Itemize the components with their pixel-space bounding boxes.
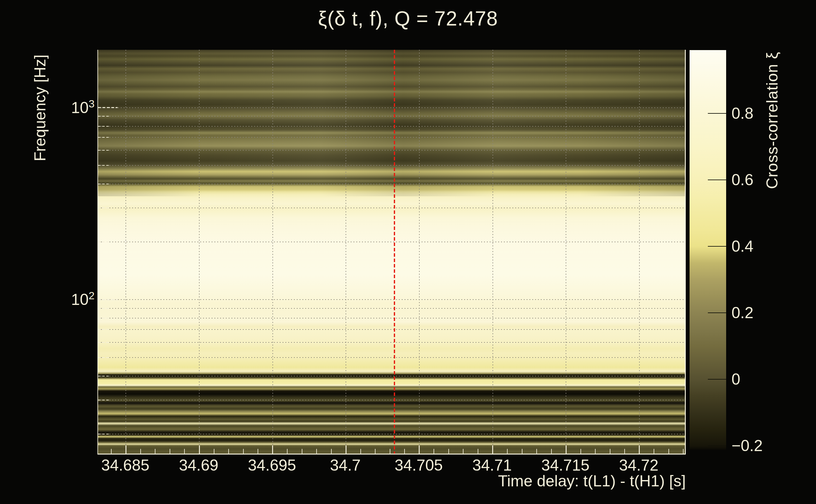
x-major-tick bbox=[346, 445, 347, 454]
vertical-gridline bbox=[199, 50, 199, 454]
horizontal-gridline bbox=[98, 242, 685, 242]
x-minor-tick bbox=[375, 449, 376, 454]
x-minor-tick bbox=[478, 449, 478, 454]
x-major-tick bbox=[492, 445, 493, 454]
colorbar-title: Cross-correlation ξ bbox=[763, 52, 781, 189]
colorbar bbox=[690, 50, 726, 450]
x-minor-tick bbox=[390, 449, 390, 454]
horizontal-gridline bbox=[98, 308, 685, 309]
colorbar-tick bbox=[708, 246, 726, 247]
x-minor-tick bbox=[360, 449, 361, 454]
x-minor-tick bbox=[243, 449, 244, 454]
y-minor-tick bbox=[98, 137, 109, 138]
horizontal-gridline bbox=[98, 208, 685, 208]
colorbar-tick bbox=[708, 379, 726, 380]
y-minor-tick bbox=[98, 318, 109, 318]
x-minor-tick bbox=[316, 449, 317, 454]
y-tick-label-exponent: 3 bbox=[89, 98, 95, 110]
x-minor-tick bbox=[624, 449, 625, 454]
x-minor-tick bbox=[654, 449, 654, 454]
colorbar-tick bbox=[708, 312, 726, 313]
vertical-gridline bbox=[419, 50, 420, 454]
horizontal-gridline bbox=[98, 329, 685, 330]
y-tick-label-1e2: 102 bbox=[44, 290, 95, 309]
x-major-tick bbox=[419, 445, 420, 454]
y-tick-label-base: 10 bbox=[71, 291, 89, 308]
x-minor-tick bbox=[522, 449, 522, 454]
x-minor-tick bbox=[287, 449, 288, 454]
x-major-tick bbox=[639, 445, 640, 454]
y-minor-tick bbox=[98, 116, 109, 117]
x-major-tick bbox=[566, 445, 566, 454]
x-minor-tick bbox=[331, 449, 332, 454]
y-minor-tick bbox=[98, 126, 109, 127]
vertical-gridline bbox=[492, 50, 493, 454]
y-minor-tick bbox=[98, 150, 109, 151]
vertical-gridline bbox=[125, 50, 126, 454]
x-minor-tick bbox=[184, 449, 185, 454]
x-minor-tick bbox=[448, 449, 449, 454]
x-minor-tick bbox=[551, 449, 552, 454]
chart-title: ξ(δ t, f), Q = 72.478 bbox=[187, 7, 629, 30]
vertical-gridline bbox=[273, 50, 273, 454]
horizontal-gridline bbox=[98, 357, 685, 358]
y-minor-tick bbox=[98, 242, 109, 242]
x-tick-label: 34.705 bbox=[381, 456, 457, 474]
horizontal-gridline bbox=[98, 116, 685, 117]
x-minor-tick bbox=[302, 449, 302, 454]
x-minor-tick bbox=[140, 449, 141, 454]
y-minor-tick bbox=[98, 308, 109, 309]
horizontal-gridline bbox=[98, 165, 685, 166]
x-tick-label: 34.71 bbox=[454, 456, 530, 474]
colorbar-tick-label: 0.4 bbox=[732, 237, 813, 256]
cross-correlation-heatmap bbox=[98, 50, 685, 454]
horizontal-gridline bbox=[98, 434, 685, 434]
x-tick-label: 34.72 bbox=[601, 456, 677, 474]
colorbar-tick-label: −0.2 bbox=[732, 436, 813, 455]
x-minor-tick bbox=[404, 449, 405, 454]
x-minor-tick bbox=[111, 449, 112, 454]
x-minor-tick bbox=[214, 449, 215, 454]
x-tick-label: 34.69 bbox=[161, 456, 237, 474]
x-tick-label: 34.7 bbox=[308, 456, 383, 474]
vertical-gridline bbox=[566, 50, 566, 454]
horizontal-gridline bbox=[98, 318, 685, 318]
x-axis-title: Time delay: t(L1) - t(H1) [s] bbox=[402, 472, 686, 490]
colorbar-tick-label: 0.2 bbox=[732, 303, 813, 322]
x-minor-tick bbox=[434, 449, 434, 454]
horizontal-gridline bbox=[98, 107, 685, 108]
y-minor-tick bbox=[98, 357, 109, 358]
y-major-tick bbox=[98, 107, 118, 108]
x-major-tick bbox=[272, 445, 273, 454]
time-delay-marker-line bbox=[394, 50, 395, 454]
horizontal-gridline bbox=[98, 184, 685, 184]
y-minor-tick bbox=[98, 342, 109, 343]
colorbar-tick bbox=[708, 180, 726, 180]
vertical-gridline bbox=[639, 50, 640, 454]
horizontal-gridline bbox=[98, 400, 685, 400]
x-minor-tick bbox=[683, 449, 684, 454]
y-minor-tick bbox=[98, 400, 109, 400]
x-tick-label: 34.685 bbox=[87, 456, 163, 474]
y-tick-label-1e3: 103 bbox=[44, 98, 95, 117]
x-minor-tick bbox=[536, 449, 537, 454]
x-minor-tick bbox=[463, 449, 463, 454]
horizontal-gridline bbox=[98, 299, 685, 300]
x-minor-tick bbox=[595, 449, 595, 454]
x-minor-tick bbox=[610, 449, 610, 454]
x-minor-tick bbox=[155, 449, 155, 454]
x-minor-tick bbox=[507, 449, 508, 454]
x-tick-label: 34.695 bbox=[234, 456, 310, 474]
y-tick-label-exponent: 2 bbox=[89, 290, 95, 302]
colorbar-tick-label: 0 bbox=[732, 370, 813, 389]
x-minor-tick bbox=[258, 449, 258, 454]
colorbar-tick bbox=[708, 113, 726, 114]
x-minor-tick bbox=[228, 449, 229, 454]
x-tick-label: 34.715 bbox=[527, 456, 603, 474]
x-minor-tick bbox=[669, 449, 669, 454]
horizontal-gridline bbox=[98, 376, 685, 376]
y-minor-tick bbox=[98, 208, 109, 208]
qscan-cross-correlation-figure: ξ(δ t, f), Q = 72.478 Frequency [Hz] 103… bbox=[0, 0, 816, 504]
y-minor-tick bbox=[98, 376, 109, 376]
y-minor-tick bbox=[98, 329, 109, 330]
